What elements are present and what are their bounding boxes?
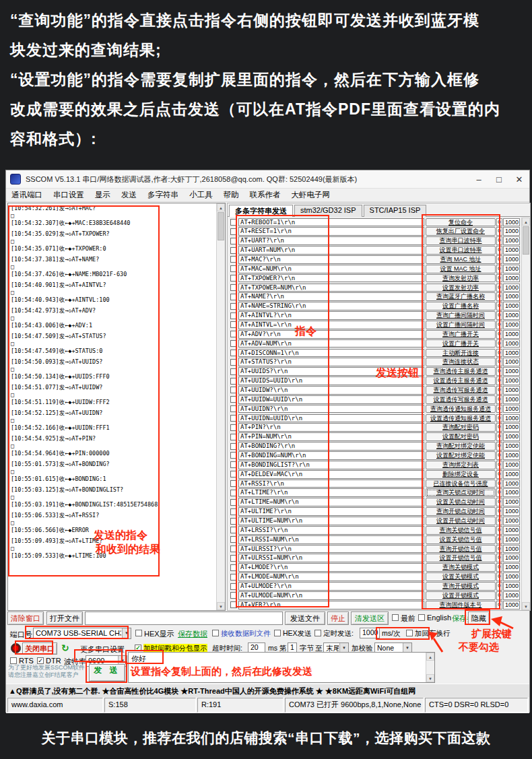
send-file-button[interactable]: 发送文件 [285,612,325,625]
row-delay-field[interactable]: 1000 [503,498,520,506]
command-input[interactable]: AT+BONDINGLIST?\r\n [238,461,424,469]
command-input[interactable]: AT+RSSI?\r\n [238,480,424,488]
send-command-button[interactable]: 主动断开连接 [426,349,496,358]
menu-item-help[interactable]: 帮助 [218,190,244,200]
send-command-button[interactable]: 删除绑定设备 [426,470,496,479]
send-command-button[interactable]: 设置 MAC 地址 [426,265,496,273]
row-delay-field[interactable]: 1000 [503,526,520,535]
row-hex-checkbox[interactable] [230,443,237,450]
command-input[interactable]: AT+MAC?\r\n [238,255,424,264]
row-extra-field[interactable]: 0 [496,311,502,320]
row-hex-checkbox[interactable] [230,574,237,581]
send-command-button[interactable]: 查询 MAC 地址 [426,255,496,264]
stop-button[interactable]: 停止 [327,612,349,625]
row-delay-field[interactable]: 1000 [503,274,520,283]
row-extra-field[interactable]: 0 [496,246,502,255]
row-hex-checkbox[interactable] [230,368,237,375]
row-hex-checkbox[interactable] [230,405,237,412]
row-delay-field[interactable]: 1000 [503,227,520,236]
command-input[interactable]: AT+AINTVL?\r\n [238,311,424,320]
row-hex-checkbox[interactable] [230,471,237,477]
scroll-up-icon[interactable]: ▲ [217,203,225,211]
row-hex-checkbox[interactable] [230,583,237,590]
row-extra-field[interactable]: 0 [496,582,502,591]
row-hex-checkbox[interactable] [230,555,237,562]
row-delay-field[interactable]: 1000 [503,488,520,497]
row-hex-checkbox[interactable] [230,303,237,310]
row-extra-field[interactable]: 0 [496,498,502,506]
send-command-button[interactable]: 查询配对绑定使能 [426,442,496,451]
command-input[interactable]: AT+ULTIME=NUM\r\n [238,517,424,525]
command-input[interactable]: AT+ADV=NUM\r\n [238,339,424,348]
row-delay-field[interactable]: 1000 [503,358,520,366]
chevron-down-icon[interactable]: ▼ [403,643,411,653]
scroll-thumb[interactable] [218,212,224,240]
menu-item-daxia-web[interactable]: 大虾电子网 [286,190,336,200]
send-command-button[interactable]: 查询固件版本号 [426,601,496,609]
row-hex-checkbox[interactable] [230,527,237,533]
send-command-button[interactable]: 查询广播间隔时间 [426,311,496,320]
command-input[interactable]: AT+UUIDW?\r\n [238,386,424,395]
row-hex-checkbox[interactable] [230,284,237,291]
scroll-thumb[interactable] [523,226,529,255]
send-command-button[interactable]: 设置发射功率 [426,284,496,292]
row-hex-checkbox[interactable] [230,238,237,244]
open-file-button[interactable]: 打开文件 [46,612,83,625]
row-hex-checkbox[interactable] [230,265,237,272]
row-hex-checkbox[interactable] [230,359,237,366]
row-delay-field[interactable]: 1000 [503,367,520,376]
hex-display-checkbox[interactable] [135,630,142,636]
row-delay-field[interactable]: 1000 [503,265,520,273]
command-input[interactable]: AT+BONDING?\r\n [238,442,424,451]
row-hex-checkbox[interactable] [230,321,237,328]
row-extra-field[interactable]: 0 [496,470,502,479]
send-command-button[interactable]: 恢复出厂设置命令 [426,227,496,236]
send-command-button[interactable]: 设置开锁模式 [426,591,496,600]
command-input[interactable]: AT+AINTVL=\r\n [238,321,424,329]
send-command-button[interactable]: 查询开锁点动时间 [426,507,496,516]
append-crlf-checkbox[interactable] [406,630,413,636]
row-delay-field[interactable]: 1000 [503,349,520,358]
send-command-button[interactable]: 设置关锁点动时间 [426,498,496,506]
row-delay-field[interactable]: 1000 [503,246,520,255]
command-input[interactable]: AT+UUIDN=UUID\r\n [238,414,424,423]
row-delay-field[interactable]: 1000 [503,535,520,544]
maximize-button[interactable]: □ [489,174,509,185]
send-command-button[interactable]: 设置开锁信号值 [426,554,496,562]
send-command-button[interactable]: 设置关锁信号值 [426,535,496,544]
menu-item-send[interactable]: 发送 [116,190,142,200]
row-delay-field[interactable]: 1000 [503,461,520,469]
row-delay-field[interactable]: 1000 [503,321,520,329]
row-delay-field[interactable]: 1000 [503,423,520,432]
row-delay-field[interactable]: 1000 [503,432,520,441]
command-input[interactable]: AT+UUIDS?\r\n [238,367,424,376]
command-input[interactable]: AT+UUIDN?\r\n [238,405,424,414]
timed-send-checkbox[interactable] [314,630,321,636]
row-delay-field[interactable]: 1000 [503,563,520,572]
send-command-button[interactable]: 查询连接状态 [426,358,496,366]
row-extra-field[interactable]: 0 [496,563,502,572]
menu-item-tools[interactable]: 小工具 [184,190,218,200]
row-extra-field[interactable]: 0 [496,535,502,544]
hide-button[interactable]: 隐藏 [468,612,490,625]
tab-stc-isp[interactable]: STC/IAP15 ISP [364,205,427,217]
row-hex-checkbox[interactable] [230,331,237,337]
row-delay-field[interactable]: 1000 [503,386,520,395]
command-input[interactable]: AT+ULMODE?\r\n [238,582,424,591]
row-delay-field[interactable]: 1000 [503,414,520,423]
row-delay-field[interactable]: 1000 [503,554,520,562]
port-select[interactable]: COM73 USB-SERIAL CH340 ▼ [33,628,131,639]
row-hex-checkbox[interactable] [230,536,237,543]
command-input[interactable]: AT+MAC=NUM\r\n [238,265,424,273]
command-input[interactable]: AT+UART?\r\n [238,236,424,245]
receive-log-panel[interactable]: [10:54:32.261]发→◇AT+MAC?□[10:54:32.307]收… [7,203,226,611]
row-extra-field[interactable]: 0 [496,376,502,385]
scroll-down-icon[interactable]: ▼ [522,602,530,610]
row-extra-field[interactable]: 0 [496,442,502,451]
send-command-button[interactable]: 查询开锁信号值 [426,545,496,554]
command-input[interactable]: AT+DELDEV=MAC\r\n [238,470,424,479]
row-extra-field[interactable]: 0 [496,423,502,432]
row-hex-checkbox[interactable] [230,387,237,393]
row-extra-field[interactable]: 0 [496,227,502,236]
row-hex-checkbox[interactable] [230,415,237,422]
